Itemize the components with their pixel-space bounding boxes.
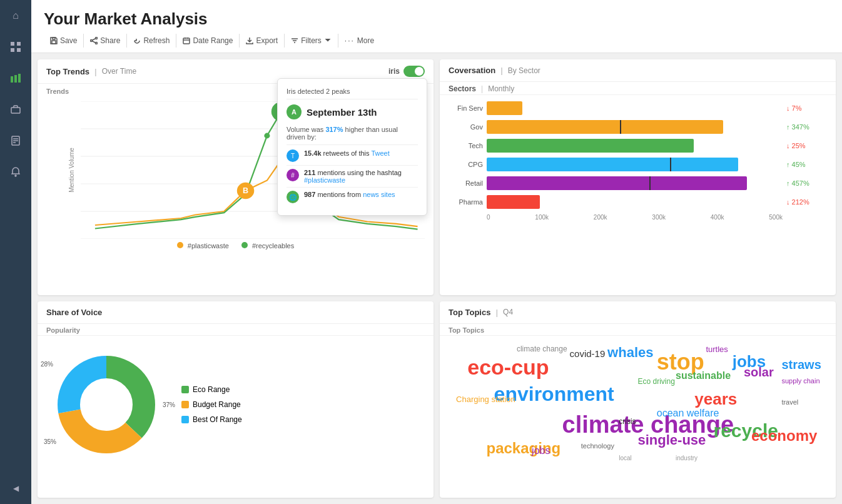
- pct-35: 35%: [44, 438, 56, 445]
- word-covid-19[interactable]: covid-19: [570, 348, 606, 360]
- bar-row-gov: Gov ↑ 347%: [449, 120, 827, 134]
- word-charging-station[interactable]: Charging station: [456, 395, 515, 405]
- tweet-link[interactable]: Tweet: [371, 149, 389, 157]
- word-industry[interactable]: industry: [676, 455, 697, 462]
- svg-text:B: B: [243, 187, 248, 196]
- word-travel[interactable]: travel: [781, 398, 798, 406]
- globe-icon: 🌐: [287, 191, 299, 203]
- word-turtles[interactable]: turtles: [706, 345, 728, 355]
- word-sustainable[interactable]: sustainable: [676, 370, 731, 381]
- chart-legend: #plasticwaste #recycleables: [46, 239, 425, 253]
- svg-rect-4: [11, 76, 13, 83]
- sidebar-item-home[interactable]: ⌂: [6, 6, 25, 25]
- share-button[interactable]: Share: [84, 34, 127, 48]
- sov-chart-label: Popularity: [38, 324, 434, 336]
- main-content: Your Market Analysis Save Share Refresh …: [31, 0, 842, 504]
- tooltip-row-news: 🌐 987 mentions from news sites: [287, 188, 418, 206]
- donut-wrapper: 28% 37% 35%: [50, 348, 163, 461]
- tooltip-pct: 317%: [325, 126, 343, 133]
- sov-legend-budget: Budget Range: [181, 400, 242, 409]
- bar-container: [487, 158, 783, 171]
- word-crisis[interactable]: crisis: [619, 417, 636, 426]
- bar-container: [487, 101, 783, 115]
- sov-card: Share of Voice Popularity 28% 37% 35%: [38, 301, 434, 498]
- header: Your Market Analysis Save Share Refresh …: [31, 0, 842, 53]
- sidebar-item-reports[interactable]: [6, 131, 25, 150]
- svg-rect-1: [17, 42, 21, 46]
- sectors-period: Monthly: [488, 84, 514, 93]
- svg-rect-14: [53, 38, 55, 39]
- word-technology[interactable]: technology: [581, 442, 614, 450]
- bar-chart-area: Fin Serv ↓ 7% Gov ↑ 347% Tech ↓ 25% CPG …: [440, 95, 836, 227]
- sidebar-item-collapse[interactable]: ◀: [6, 479, 25, 498]
- legend-plasticwaste: #plasticwaste: [177, 242, 229, 249]
- tooltip-detected: Iris detected 2 peaks: [287, 88, 418, 99]
- word-jobs[interactable]: jobs: [532, 445, 550, 456]
- word-supply-chain[interactable]: supply chain: [781, 377, 819, 385]
- conversation-title: Coversation: [449, 66, 495, 75]
- svg-point-16: [96, 38, 98, 39]
- legend-dot-orange: [177, 242, 183, 248]
- word-local[interactable]: local: [619, 455, 632, 462]
- svg-point-12: [15, 175, 16, 176]
- word-eco-cup[interactable]: eco-cup: [467, 355, 549, 380]
- word-solar[interactable]: solar: [744, 365, 774, 380]
- word-years[interactable]: years: [694, 390, 737, 409]
- iris-toggle[interactable]: iris: [388, 66, 425, 77]
- svg-line-19: [93, 41, 96, 43]
- word-single-use[interactable]: single-use: [638, 432, 706, 448]
- sov-title: Share of Voice: [46, 308, 102, 317]
- sidebar-item-alerts[interactable]: [6, 163, 25, 181]
- tooltip-row-hashtag: # 211 mentions using the hashtag #plasti…: [287, 166, 418, 188]
- word-economy[interactable]: economy: [751, 427, 817, 445]
- bar-container: [487, 176, 783, 190]
- budget-label: Budget Range: [193, 400, 241, 409]
- toolbar: Save Share Refresh Date Range Export Fil…: [44, 34, 829, 48]
- svg-rect-20: [183, 38, 190, 44]
- filters-button[interactable]: Filters: [285, 34, 338, 48]
- conversation-divider: |: [500, 66, 503, 75]
- sidebar-item-briefcase[interactable]: [6, 100, 25, 119]
- more-button[interactable]: ··· More: [338, 34, 380, 48]
- sov-legend: Eco Range Budget Range Best Of Range: [181, 385, 242, 424]
- trends-card: Top Trends | Over Time iris Trends Menti…: [38, 59, 434, 295]
- bar-container: [487, 195, 783, 209]
- word-whales[interactable]: whales: [607, 345, 653, 361]
- save-button[interactable]: Save: [44, 34, 84, 48]
- svg-rect-3: [17, 48, 21, 52]
- iris-switch[interactable]: [403, 66, 425, 77]
- sov-legend-eco: Eco Range: [181, 385, 242, 394]
- bar-label: Pharma: [449, 198, 483, 206]
- bar-label: Tech: [449, 142, 483, 149]
- svg-rect-7: [11, 108, 20, 113]
- export-button[interactable]: Export: [240, 34, 285, 48]
- word-straws[interactable]: straws: [781, 357, 821, 372]
- hashtag-link[interactable]: #plasticwaste: [304, 176, 345, 184]
- tooltip-title: September 13th: [307, 107, 377, 118]
- trends-subtitle: Over Time: [102, 67, 136, 76]
- bar-stat: ↓ 7%: [786, 104, 827, 112]
- topics-divider: |: [495, 308, 498, 317]
- word-climate-change[interactable]: climate change: [517, 345, 567, 353]
- word-eco-driving[interactable]: Eco driving: [638, 377, 675, 386]
- eco-label: Eco Range: [193, 385, 230, 394]
- bar-container: [487, 120, 783, 134]
- bar-row-tech: Tech ↓ 25%: [449, 139, 827, 153]
- bar-label: Gov: [449, 123, 483, 131]
- sidebar-item-analytics[interactable]: [6, 69, 25, 88]
- date-range-button[interactable]: Date Range: [176, 34, 240, 48]
- bar-stat: ↓ 25%: [786, 142, 827, 149]
- topics-chart-label: Top Topics: [440, 324, 836, 336]
- bar-row-cpg: CPG ↑ 45%: [449, 158, 827, 171]
- bar-container: [487, 139, 783, 153]
- conversation-card: Coversation | By Sector Sectors | Monthl…: [440, 59, 836, 295]
- twitter-icon: T: [287, 149, 299, 162]
- news-link[interactable]: news sites: [363, 191, 395, 198]
- refresh-button[interactable]: Refresh: [127, 34, 176, 48]
- tooltip-sub: Volume was 317% higher than usual driven…: [287, 126, 418, 145]
- donut-area: 28% 37% 35% E: [38, 336, 434, 473]
- word-ocean-welfare[interactable]: ocean welfare: [657, 407, 719, 419]
- sidebar-item-apps[interactable]: [6, 38, 25, 56]
- trends-title: Top Trends: [46, 67, 89, 76]
- tooltip-hashtag-text: 211 mentions using the hashtag #plasticw…: [304, 169, 418, 184]
